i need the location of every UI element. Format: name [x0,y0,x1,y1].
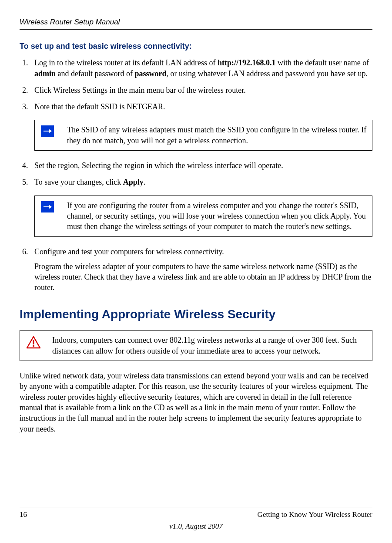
step-text: and default password of [56,69,134,78]
step-2: Click Wireless Settings in the main menu… [30,85,372,95]
warning-icon-cell [20,331,52,353]
step-6-para: Program the wireless adapter of your com… [34,261,372,293]
note-box-2: If you are configuring the router from a… [34,196,372,237]
arrow-right-icon [41,201,54,212]
arrow-right-icon [41,125,54,137]
step-text: , or using whatever LAN address and pass… [167,69,368,78]
h1-heading: Implementing Appropriate Wireless Securi… [20,306,372,323]
warning-box: Indoors, computers can connect over 802.… [20,330,372,361]
step-6: Configure and test your computers for wi… [30,246,372,293]
default-url: http://192.168.0.1 [218,58,276,67]
apply-bold: Apply [123,178,144,186]
note-text: The SSID of any wireless adapters must m… [67,120,372,150]
page-number: 16 [20,510,27,520]
note-text: If you are configuring the router from a… [67,196,372,236]
body-paragraph: Unlike wired network data, your wireless… [20,371,372,434]
footer-right-text: Getting to Know Your Wireless Router [258,510,372,520]
header-rule [20,29,372,30]
svg-rect-2 [33,340,34,344]
username-bold: admin [34,69,56,78]
step-5: To save your changes, click Apply. If yo… [30,177,372,236]
footer-version: v1.0, August 2007 [20,522,372,532]
note-icon-cell [35,120,67,144]
step-text: . [144,178,146,186]
step-4: Set the region, Selecting the region in … [30,160,372,171]
step-3: Note that the default SSID is NETGEAR. T… [30,101,372,151]
warning-triangle-icon [26,336,47,349]
step-text: To save your changes, click [34,178,123,186]
svg-rect-3 [33,345,34,347]
steps-list: Log in to the wireless router at its def… [20,57,372,293]
footer-rule [20,507,372,507]
manual-title: Wireless Router Setup Manual [20,17,372,27]
warning-text: Indoors, computers can connect over 802.… [52,331,372,361]
step-text: with the default user name of [275,58,369,67]
step-text: Note that the default SSID is NETGEAR. [34,102,165,111]
page-footer: 16 Getting to Know Your Wireless Router … [20,507,372,532]
step-text: Configure and test your computers for wi… [34,247,224,256]
password-bold: password [134,69,166,78]
note-box-1: The SSID of any wireless adapters must m… [34,120,372,151]
section-heading: To set up and test basic wireless connec… [20,41,372,51]
step-text: Log in to the wireless router at its def… [34,58,218,67]
note-icon-cell [35,196,67,219]
step-1: Log in to the wireless router at its def… [30,57,372,79]
